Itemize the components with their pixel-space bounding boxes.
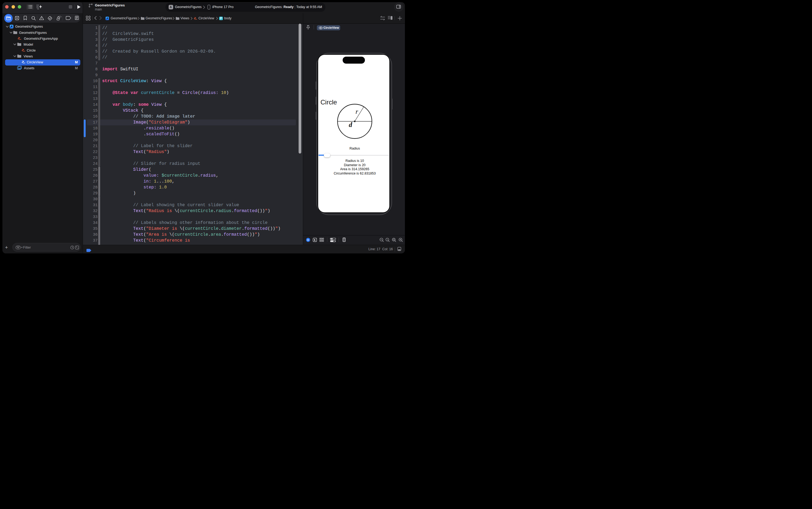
svg-text:1: 1 — [387, 238, 388, 241]
